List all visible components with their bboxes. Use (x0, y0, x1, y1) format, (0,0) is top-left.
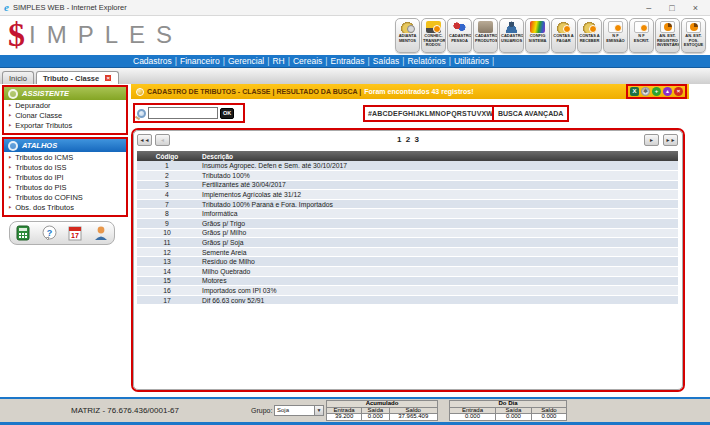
toolbar-button-config-sistema[interactable]: CONFIG SISTEMA (525, 18, 550, 53)
menu-item-gerencial[interactable]: Gerencial (228, 56, 264, 66)
assistente-item-depurador[interactable]: ‣Depurador (4, 101, 126, 111)
search-icon[interactable] (137, 109, 146, 118)
table-row[interactable]: 1Insumos Agropec. Defen e Sem. até 30/10… (137, 161, 678, 171)
toolbar-button-cadastro-produtos[interactable]: CADASTRO PRODUTOS (473, 18, 498, 53)
column-header-descricao: Descrição (197, 151, 678, 161)
menu-separator: | (288, 56, 290, 66)
minimize-button[interactable]: – (646, 1, 651, 15)
do-dia-value: 0.000 (496, 414, 532, 421)
table-row[interactable]: 3Fertilizantes até 30/04/2017 (137, 180, 678, 190)
atalho-item-tributos-do-icms[interactable]: ‣Tributos do ICMS (4, 153, 126, 163)
dollar-logo-icon: $ (8, 19, 25, 51)
cell-descricao: Tributado 100% Paraná e Fora. Importados (197, 199, 678, 209)
cadastro-pessoa-icon (452, 21, 467, 33)
grupo-select[interactable]: Soja ▼ (274, 405, 324, 416)
table-row[interactable]: 12Semente Areia (137, 247, 678, 257)
table-row[interactable]: 4Implementos Agrícolas até 31/12 (137, 190, 678, 200)
acumulado-value: 39.200 (327, 414, 362, 421)
search-row: OK #ABCDEFGHIJKLMNOPQRSTUVXWYZ BUSCA AVA… (130, 101, 690, 127)
table-row[interactable]: 10Grãos p/ Milho (137, 228, 678, 238)
menu-item-relatorios[interactable]: Relatórios (407, 56, 445, 66)
sidebar-item-label: Tributos do IPI (15, 173, 64, 182)
menu-item-cereais[interactable]: Cereais (293, 56, 322, 66)
table-row[interactable]: 14Milho Quebrado (137, 267, 678, 277)
atalho-item-obs-dos-tributos[interactable]: ‣Obs. dos Tributos (4, 203, 126, 213)
toolbar-button-conhec-transporte[interactable]: CONHEC. TRANSPORTE RODOV. (421, 18, 446, 53)
table-row[interactable]: 7Tributado 100% Paraná e Fora. Importado… (137, 199, 678, 209)
cell-descricao: Resíduo de Milho (197, 257, 678, 267)
table-row[interactable]: 2Tributado 100% (137, 171, 678, 181)
maximize-button[interactable]: □ (669, 1, 674, 15)
last-page-button[interactable]: ►► (663, 134, 678, 146)
arrow-bullet-icon: ‣ (8, 164, 12, 171)
toolbar-button-cadastro-pessoa[interactable]: CADASTRO PESSOA (447, 18, 472, 53)
calendar-icon[interactable]: 17 (67, 225, 83, 241)
cell-descricao: Milho Quebrado (197, 267, 678, 277)
atalho-item-tributos-do-pis[interactable]: ‣Tributos do PIS (4, 183, 126, 193)
tab-inicio[interactable]: Início (2, 71, 34, 84)
menu-item-utilitarios[interactable]: Utilitários (454, 56, 489, 66)
toolbar-button-contas-a-receber[interactable]: CONTAS A RECEBER (577, 18, 602, 53)
user-icon[interactable] (93, 225, 109, 241)
toolbar-button-cadastro-usuarios[interactable]: CADASTRO USUARIOS (499, 18, 524, 53)
close-button[interactable]: × (693, 1, 698, 15)
table-row[interactable]: 16Importados com IPI 03% (137, 286, 678, 296)
cell-descricao: Motores (197, 276, 678, 286)
sidebar-item-label: Depurador (15, 101, 50, 110)
next-page-button[interactable]: ► (644, 134, 659, 146)
assistente-header[interactable]: ASSISTENTE (4, 87, 126, 100)
menu-item-cadastros[interactable]: Cadastros (133, 56, 172, 66)
atalho-item-tributos-do-ipi[interactable]: ‣Tributos do IPI (4, 173, 126, 183)
cadastro-usuarios-icon (504, 21, 519, 33)
atalho-item-tributos-do-iss[interactable]: ‣Tributos do ISS (4, 163, 126, 173)
toolbar-button-an-est-registro-inventario[interactable]: AN. EST. REGISTRO INVENTÁRIO (655, 18, 680, 53)
scroll-top-icon[interactable]: ▲ (663, 87, 672, 96)
table-row[interactable]: 11Grãos p/ Soja (137, 238, 678, 248)
close-panel-icon[interactable]: × (674, 87, 683, 96)
main-content: CADASTRO DE TRIBUTOS - CLASSE | RESULTAD… (130, 84, 690, 397)
settings-gear-icon[interactable]: ✱ (641, 87, 650, 96)
toolbar-button-contas-a-pagar[interactable]: CONTAS A PAGAR (551, 18, 576, 53)
menu-item-rh[interactable]: RH (272, 56, 284, 66)
sidebar-item-label: Obs. dos Tributos (15, 203, 74, 212)
menu-item-entradas[interactable]: Entradas (331, 56, 365, 66)
window-title: SIMPLES WEB - Internet Explorer (13, 3, 127, 12)
export-excel-icon[interactable]: X (630, 87, 639, 96)
atalho-item-tributos-do-cofins[interactable]: ‣Tributos do COFINS (4, 193, 126, 203)
tab-tributo-classe[interactable]: Tributo - Classe × (36, 71, 119, 84)
sidebar: ASSISTENTE ‣Depurador‣Clonar Classe‣Expo… (0, 84, 130, 397)
table-row[interactable]: 13Resíduo de Milho (137, 257, 678, 267)
cell-descricao: Grãos p/ Trigo (197, 219, 678, 229)
advanced-search-button[interactable]: BUSCA AVANÇADA (492, 105, 569, 122)
arrow-bullet-icon: ‣ (8, 102, 12, 109)
sidebar-item-label: Tributos do ISS (15, 163, 66, 172)
calculator-icon[interactable] (15, 225, 31, 241)
toolbar-button-adiantamentos[interactable]: ADIANTA MENTOS (395, 18, 420, 53)
assistente-item-exportar-tributos[interactable]: ‣Exportar Tributos (4, 121, 126, 131)
assistente-item-clonar-classe[interactable]: ‣Clonar Classe (4, 111, 126, 121)
table-row[interactable]: 9Grãos p/ Trigo (137, 219, 678, 229)
toolbar-button-an-est-pos-estoque[interactable]: AN. EST. POS. ESTOQUE (681, 18, 706, 53)
tab-close-icon[interactable]: × (104, 74, 112, 82)
page-title: CADASTRO DE TRIBUTOS - CLASSE | RESULTAD… (147, 88, 361, 95)
table-row[interactable]: 15Motores (137, 276, 678, 286)
help-icon[interactable]: ? (41, 225, 58, 242)
grupo-label: Grupo: (251, 407, 272, 414)
menu-separator: | (325, 56, 327, 66)
alphabet-filter[interactable]: #ABCDEFGHIJKLMNOPQRSTUVXWYZ (363, 105, 508, 122)
table-row[interactable]: 17Dif 66.63 conv 52/91 (137, 295, 678, 305)
chevron-down-icon[interactable]: ▼ (314, 406, 323, 415)
menu-item-financeiro[interactable]: Financeiro (180, 56, 220, 66)
search-ok-button[interactable]: OK (220, 108, 234, 119)
sidebar-item-label: Exportar Tributos (15, 121, 72, 130)
menu-item-saidas[interactable]: Saídas (373, 56, 399, 66)
atalhos-header[interactable]: ATALHOS (4, 139, 126, 152)
status-bar: MATRIZ - 76.676.436/0001-67 Grupo: Soja … (0, 397, 710, 425)
browser-window: e SIMPLES WEB - Internet Explorer – □ × … (0, 0, 710, 425)
toolbar-button-nf-escrit[interactable]: N F ESCRIT. (629, 18, 654, 53)
page-numbers[interactable]: 1 2 3 (133, 135, 683, 144)
toolbar-button-nf-emissao[interactable]: N F EMISSÃO (603, 18, 628, 53)
search-input[interactable] (148, 107, 218, 119)
table-row[interactable]: 8Imformática (137, 209, 678, 219)
add-record-icon[interactable]: + (652, 87, 661, 96)
